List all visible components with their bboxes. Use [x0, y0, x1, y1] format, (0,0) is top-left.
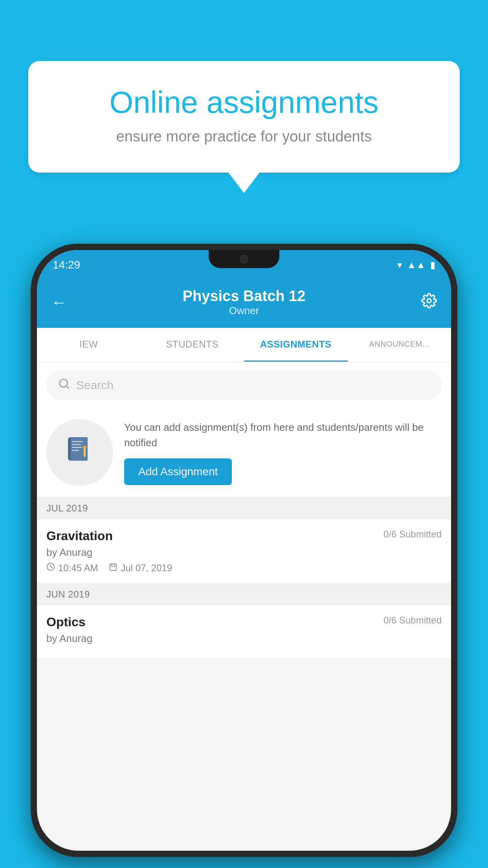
- battery-icon: ▮: [430, 259, 435, 270]
- assignment-optics[interactable]: Optics 0/6 Submitted by Anurag: [37, 605, 451, 658]
- volume-down-button: [31, 425, 35, 464]
- gravitation-date-meta: Jul 07, 2019: [109, 563, 172, 574]
- gravitation-date: Jul 07, 2019: [121, 563, 172, 574]
- speech-bubble-subtitle: ensure more practice for your students: [56, 128, 432, 145]
- power-button: [453, 393, 457, 456]
- search-placeholder: Search: [76, 379, 114, 392]
- promo-icon-circle: [46, 419, 113, 486]
- assignment-gravitation-meta: 10:45 AM Jul 07, 2019: [46, 563, 442, 574]
- svg-rect-7: [72, 447, 82, 448]
- svg-rect-12: [110, 564, 117, 571]
- phone-notch: [209, 250, 279, 268]
- svg-rect-10: [83, 446, 87, 448]
- assignment-optics-title: Optics: [46, 615, 86, 629]
- header-title: Physics Batch 12: [183, 288, 306, 305]
- wifi-icon: ▾: [397, 259, 402, 270]
- tab-students[interactable]: STUDENTS: [141, 328, 244, 362]
- tab-iew[interactable]: IEW: [37, 328, 141, 362]
- promo-text: You can add assignment(s) from here and …: [124, 420, 442, 451]
- svg-point-0: [427, 299, 431, 303]
- assignment-gravitation[interactable]: Gravitation 0/6 Submitted by Anurag 10:4…: [37, 519, 451, 583]
- status-time: 14:29: [53, 259, 80, 271]
- assignment-gravitation-submitted: 0/6 Submitted: [383, 529, 442, 540]
- tab-announcements[interactable]: ANNOUNCEM...: [348, 328, 451, 362]
- speech-bubble: Online assignments ensure more practice …: [28, 61, 460, 173]
- svg-rect-9: [84, 447, 86, 457]
- section-jul-2019: JUL 2019: [37, 497, 451, 519]
- calendar-icon: [109, 563, 117, 574]
- phone-screen: 14:29 ▾ ▲▲ ▮ ← Physics Batch 12 Owner: [37, 250, 451, 851]
- header-title-section: Physics Batch 12 Owner: [183, 288, 306, 317]
- volume-up-button: [31, 377, 35, 417]
- promo-content: You can add assignment(s) from here and …: [124, 420, 442, 485]
- add-assignment-button[interactable]: Add Assignment: [124, 458, 232, 485]
- front-camera: [240, 255, 248, 263]
- svg-rect-5: [72, 441, 83, 442]
- speech-bubble-title: Online assignments: [56, 85, 432, 120]
- settings-button[interactable]: [421, 293, 437, 312]
- assignment-gravitation-header: Gravitation 0/6 Submitted: [46, 529, 442, 543]
- search-bar[interactable]: Search: [46, 370, 442, 400]
- add-assignment-promo: You can add assignment(s) from here and …: [37, 408, 451, 497]
- search-icon: [58, 378, 70, 393]
- svg-rect-6: [72, 444, 81, 445]
- status-icons: ▾ ▲▲ ▮: [397, 259, 435, 270]
- notebook-icon: [64, 433, 95, 472]
- signal-icon: ▲▲: [407, 259, 426, 270]
- assignment-optics-header: Optics 0/6 Submitted: [46, 615, 442, 629]
- section-jun-2019: JUN 2019: [37, 583, 451, 605]
- tabs-container: IEW STUDENTS ASSIGNMENTS ANNOUNCEM...: [37, 328, 451, 362]
- svg-line-2: [66, 386, 68, 388]
- assignment-optics-author: by Anurag: [46, 633, 442, 645]
- app-header: ← Physics Batch 12 Owner: [37, 277, 451, 328]
- back-button[interactable]: ←: [51, 294, 67, 311]
- search-container: Search: [37, 362, 451, 408]
- content-area: Search: [37, 362, 451, 658]
- svg-rect-4: [68, 438, 71, 460]
- speech-bubble-container: Online assignments ensure more practice …: [28, 61, 460, 173]
- clock-icon: [46, 563, 55, 574]
- assignment-gravitation-title: Gravitation: [46, 529, 113, 543]
- assignment-optics-submitted: 0/6 Submitted: [383, 615, 442, 626]
- gravitation-time: 10:45 AM: [58, 563, 98, 574]
- assignment-gravitation-author: by Anurag: [46, 546, 442, 559]
- phone-frame: 14:29 ▾ ▲▲ ▮ ← Physics Batch 12 Owner: [31, 244, 457, 857]
- header-subtitle: Owner: [183, 305, 306, 317]
- tab-assignments[interactable]: ASSIGNMENTS: [244, 328, 348, 362]
- svg-rect-8: [72, 450, 79, 451]
- gravitation-time-meta: 10:45 AM: [46, 563, 98, 574]
